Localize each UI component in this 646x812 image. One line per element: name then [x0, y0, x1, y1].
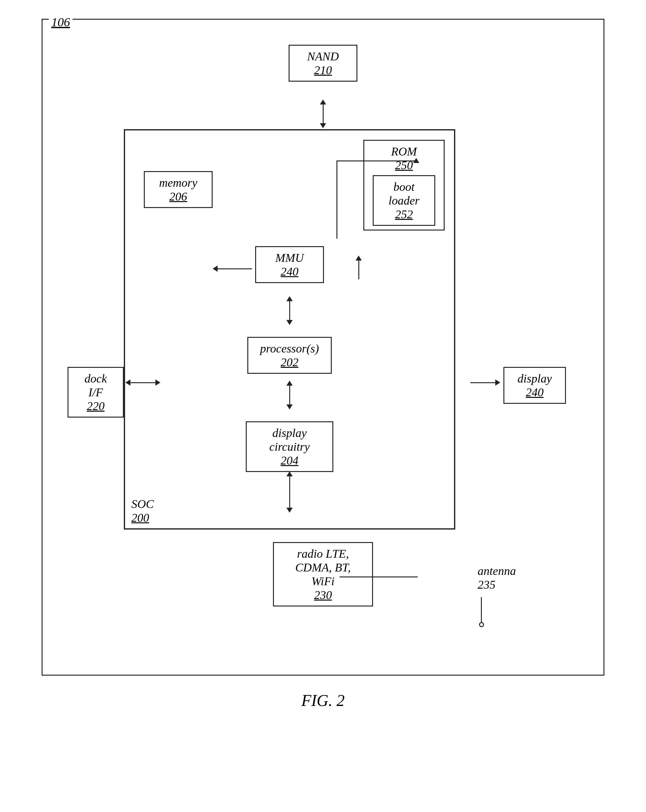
- mmu-num: 240: [281, 265, 299, 278]
- proc-display-arrow: [286, 381, 293, 409]
- rom-label: ROM: [391, 145, 417, 158]
- processors-label: processor(s): [260, 342, 319, 355]
- soc-num: 200: [131, 511, 149, 524]
- rom-mmu-arrowhead: [413, 158, 419, 163]
- nand-mmu-arrow: [320, 99, 326, 128]
- processors-num: 202: [281, 355, 299, 369]
- diagram-wrapper: NAND 210 SOC 200: [67, 38, 579, 649]
- display-num: 240: [526, 385, 544, 399]
- display-circuitry-num: 204: [281, 453, 299, 467]
- display-radio-arrow: [286, 472, 293, 513]
- rom-mmu-arrow: [355, 256, 362, 279]
- rom-mmu-vertical-line: [337, 160, 337, 239]
- memory-num: 206: [169, 189, 187, 203]
- mmu-label: MMU: [276, 251, 304, 265]
- radio-num: 230: [314, 588, 332, 602]
- antenna-label: antenna: [478, 564, 516, 577]
- mmu-proc-arrow: [286, 296, 293, 325]
- antenna-area: antenna 235: [478, 564, 516, 627]
- dock-if-num: 220: [87, 399, 105, 413]
- radio-antenna-arrow: [340, 577, 418, 577]
- outer-box-label: 106: [49, 15, 73, 29]
- rom-mmu-horizontal-line: [337, 160, 414, 162]
- nand-label: NAND: [307, 49, 339, 63]
- mmu-memory-arrow: [213, 266, 252, 272]
- fig-caption: FIG. 2: [302, 691, 345, 710]
- dock-if-block: dockI/F 220: [67, 367, 124, 418]
- antenna-num: 235: [478, 578, 495, 591]
- radio-label: radio LTE,CDMA, BT,WiFi: [295, 547, 351, 588]
- memory-block: memory 206: [144, 171, 213, 208]
- dock-if-label: dockI/F: [84, 372, 107, 399]
- outer-box: 106 NAND 210 SOC: [41, 19, 605, 676]
- nand-block: NAND 210: [289, 45, 357, 82]
- display-circuitry-block: displaycircuitry 204: [246, 421, 333, 472]
- boot-loader-label: bootloader: [389, 180, 419, 208]
- radio-block: radio LTE,CDMA, BT,WiFi 230: [273, 542, 373, 606]
- rom-group: ROM 250 bootloader 252: [363, 140, 445, 230]
- soc-box: SOC 200 ROM 250 bootloader 252: [124, 129, 455, 530]
- soc-label: SOC 200: [131, 497, 154, 525]
- circuitry-display-arrow: [470, 379, 500, 386]
- memory-label: memory: [159, 176, 197, 189]
- boot-loader-num: 252: [395, 208, 413, 221]
- processors-block: processor(s) 202: [247, 337, 332, 374]
- page-container: 106 NAND 210 SOC: [26, 19, 620, 710]
- display-block: display 240: [503, 367, 566, 404]
- dock-soc-arrow: [125, 379, 160, 386]
- nand-num: 210: [314, 63, 332, 77]
- display-label: display: [518, 372, 552, 385]
- mmu-block: MMU 240: [255, 246, 324, 283]
- display-circuitry-label: displaycircuitry: [269, 426, 309, 453]
